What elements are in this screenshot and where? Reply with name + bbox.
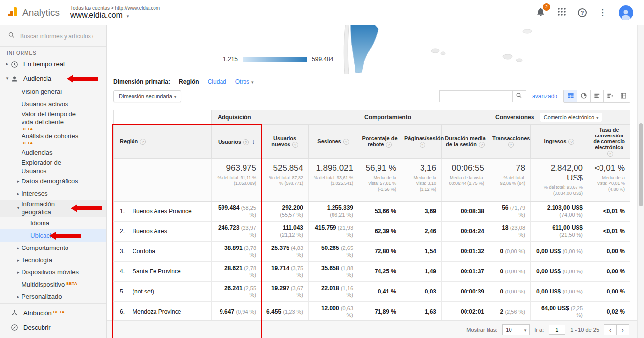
dimension-region-link[interactable]: Región	[179, 78, 199, 85]
summary-users-value: 963.975	[217, 163, 256, 173]
column-label: Región	[120, 138, 138, 144]
column-header-paginas-sesion[interactable]: Páginas/sesión	[401, 125, 442, 159]
user-avatar[interactable]	[619, 5, 633, 20]
breadcrumb[interactable]: Todas las cuentas > http://www.eldia.com	[70, 5, 160, 11]
sidebar-item-multidispositivo[interactable]: MultidispositivoBETA	[0, 279, 106, 291]
sidebar-item-audiencia[interactable]: ▾Audiencia	[0, 71, 106, 86]
secondary-dimension-label: Dimensión secundaria	[119, 93, 172, 99]
cell-value: 19.297	[271, 285, 289, 292]
view-comparison-button[interactable]	[603, 90, 617, 102]
column-header-tasa-conversion[interactable]: Tasa de conversión de comercio electróni…	[588, 125, 630, 159]
sidebar-search[interactable]	[0, 25, 106, 47]
help-tooltip-icon[interactable]	[386, 142, 392, 148]
map-legend: 1.215 599.484	[223, 56, 333, 63]
sidebar-item-label: En tiempo real	[23, 60, 65, 68]
sidebar-item-descubrir[interactable]: Descubrir	[0, 320, 106, 335]
column-header-ingresos[interactable]: Ingresos	[531, 125, 588, 159]
group-label: Conversiones	[495, 114, 534, 121]
view-performance-button[interactable]	[590, 90, 603, 102]
cell-value: 35.658	[321, 265, 339, 271]
prev-page-button[interactable]	[604, 324, 617, 335]
analytics-logo[interactable]: Analytics	[0, 6, 67, 20]
table-row[interactable]: 2.Buenos Aires246.723 (23,97 %)111.043 (…	[114, 222, 630, 242]
advanced-search-link[interactable]: avanzado	[532, 93, 557, 100]
row-region: Santa Fe Province	[133, 268, 181, 275]
vertical-scrollbar[interactable]	[637, 25, 644, 338]
help-tooltip-icon[interactable]	[140, 139, 146, 145]
help-tooltip-icon[interactable]	[420, 142, 425, 148]
view-table-button[interactable]	[564, 90, 577, 102]
sidebar-item-idioma[interactable]: Idioma	[0, 217, 106, 229]
sidebar-item-atribucion[interactable]: AtribuciónBETA	[0, 306, 106, 320]
rows-per-page-select[interactable]: 10	[502, 324, 530, 335]
sidebar-item-explorador-de-usuarios[interactable]: Explorador de Usuarios	[0, 158, 106, 175]
help-tooltip-icon[interactable]	[343, 139, 349, 145]
sidebar-item-datos-demograficos[interactable]: ▸Datos demográficos	[0, 176, 106, 188]
sidebar-item-usuarios-activos[interactable]: Usuarios activos	[0, 98, 106, 111]
help-tooltip-icon[interactable]	[479, 142, 485, 148]
help-tooltip-icon[interactable]	[568, 139, 574, 145]
sidebar-item-comportamiento[interactable]: ▸Comportamiento	[0, 242, 106, 254]
more-menu-button[interactable]	[599, 7, 607, 18]
table-row[interactable]: 1.Buenos Aires Province599.484 (58,25 %)…	[114, 202, 630, 222]
column-header-sesiones[interactable]: Sesiones	[309, 125, 358, 159]
sidebar-item-audiencias[interactable]: Audiencias	[0, 146, 106, 158]
secondary-dimension-button[interactable]: Dimensión secundaria	[113, 90, 181, 102]
column-header-rebote[interactable]: Porcentaje de rebote	[358, 125, 401, 159]
search-input[interactable]	[20, 33, 93, 40]
account-selector[interactable]: www.eldia.com	[70, 11, 160, 20]
help-tooltip-icon[interactable]	[607, 151, 613, 157]
chevron-down-icon	[594, 114, 599, 120]
column-header-usuarios-nuevos[interactable]: Usuarios nuevos	[262, 125, 309, 159]
table-row[interactable]: 5.(not set)26.241 (2,55 %)19.297 (3,67 %…	[114, 282, 630, 302]
cell-percent: (2,55 %)	[244, 285, 256, 298]
column-label: Transacciones	[492, 135, 530, 141]
cell-value: 56	[502, 204, 508, 211]
table-search-input[interactable]	[439, 90, 512, 102]
cell-value: 0,03	[425, 288, 436, 295]
ecommerce-selector[interactable]: Comercio electrónico	[540, 113, 602, 122]
sort-descending-icon[interactable]	[252, 139, 255, 145]
goto-page-input[interactable]	[549, 325, 565, 335]
table-row[interactable]: 3.Cordoba38.891 (3,78 %)25.375 (4,83 %)5…	[114, 242, 630, 262]
sidebar-item-valor-del-tiempo-de-vida-del-cliente[interactable]: Valor del tiempo de vida del clienteBETA	[0, 111, 106, 132]
column-header-usuarios[interactable]: Usuarios	[212, 125, 262, 159]
table-search-button[interactable]	[512, 90, 526, 102]
help-tooltip-icon[interactable]	[243, 139, 249, 145]
view-percentage-button[interactable]	[577, 90, 590, 102]
sidebar-item-analisis-de-cohortes[interactable]: Análisis de cohortesBETA	[0, 132, 106, 146]
cell-value: 1,63	[425, 308, 436, 315]
column-header-duracion[interactable]: Duración media de la sesión	[442, 125, 489, 159]
cell-value: 19.714	[271, 265, 289, 271]
dimension-otros-link[interactable]: Otros	[235, 78, 254, 85]
sidebar-item-tecnologia[interactable]: ▸Tecnología	[0, 254, 106, 267]
table-row[interactable]: 4.Santa Fe Province28.621 (2,78 %)19.714…	[114, 262, 630, 282]
dimension-ciudad-link[interactable]: Ciudad	[208, 78, 226, 85]
sidebar-item-dispositivos-moviles[interactable]: ▸Dispositivos móviles	[0, 267, 106, 279]
table-row[interactable]: 6.Mendoza Province9.647 (0,94 %)6.455 (1…	[114, 302, 630, 322]
sidebar-item-en-tiempo-real[interactable]: ▸En tiempo real	[0, 57, 106, 71]
column-header-region[interactable]: Región	[114, 125, 212, 159]
chevron-down-icon	[172, 93, 177, 99]
sidebar-item-ubicacion[interactable]: Ubicación	[0, 229, 106, 242]
notifications-button[interactable]: 2	[536, 7, 546, 18]
scrollbar-thumb[interactable]	[639, 123, 643, 206]
cell-percent: (58,25 %)	[241, 205, 256, 218]
help-tooltip-icon[interactable]	[292, 142, 298, 148]
apps-grid-icon	[557, 7, 566, 18]
cell-percent: (0,00 %)	[505, 248, 525, 254]
view-pivot-button[interactable]	[617, 90, 630, 102]
sidebar-item-label: Visión general	[22, 88, 62, 95]
help-tooltip-icon[interactable]	[508, 142, 514, 148]
apps-grid-button[interactable]	[557, 7, 566, 18]
column-header-transacciones[interactable]: Transacciones	[489, 125, 531, 159]
sidebar-item-vision-general[interactable]: Visión general	[0, 86, 106, 98]
next-page-button[interactable]	[617, 324, 629, 335]
summary-new-users-value: 525.854	[266, 163, 303, 173]
sidebar-item-personalizado[interactable]: ▸Personalizado	[0, 291, 106, 303]
sidebar-item-informacion-geografica[interactable]: ▾Información geográfica	[0, 200, 106, 217]
sidebar-item-intereses[interactable]: ▸Intereses	[0, 188, 106, 200]
legend-max-value: 599.484	[312, 56, 333, 63]
cell-value: 22.018	[321, 285, 339, 292]
help-button[interactable]	[578, 8, 587, 17]
